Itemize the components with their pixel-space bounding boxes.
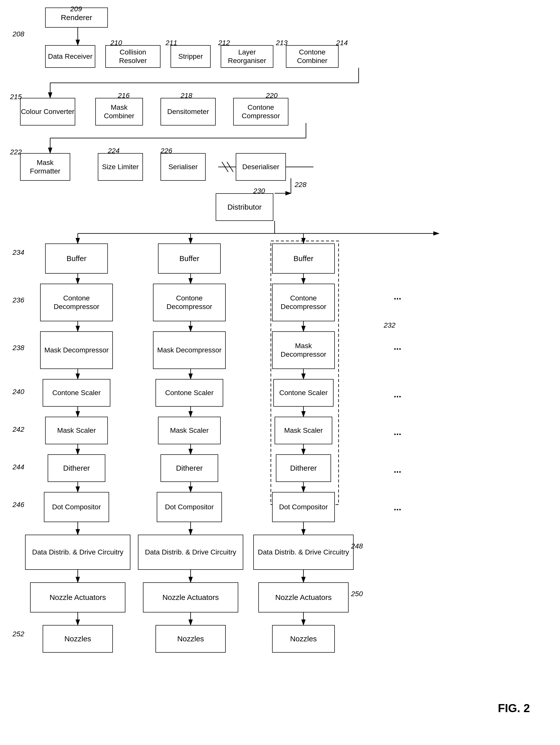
dot-compositor2-box: Dot Compositor — [157, 492, 222, 522]
fig-label: FIG. 2 — [498, 701, 530, 715]
densitometer-box: Densitometer — [161, 98, 216, 126]
ditherer1-label: Ditherer — [63, 464, 90, 473]
contone-scaler2-box: Contone Scaler — [155, 379, 223, 407]
nozzle-act2-label: Nozzle Actuators — [162, 593, 219, 602]
mask-combiner-label: Mask Combiner — [96, 103, 142, 120]
label-208: 208 — [12, 30, 24, 38]
svg-line-19 — [222, 162, 228, 172]
label-213: 213 — [276, 39, 288, 47]
mask-formatter-box: Mask Formatter — [20, 153, 70, 181]
colour-converter-box: Colour Converter — [20, 98, 75, 126]
dot-compositor2-label: Dot Compositor — [165, 503, 214, 511]
buffer1-box: Buffer — [45, 244, 108, 273]
distributor-label: Distributor — [228, 202, 262, 212]
label-246: 246 — [12, 501, 24, 509]
mask-decomp3-label: Mask Decompressor — [273, 342, 334, 358]
collision-resolver-label: Collision Resolver — [106, 48, 160, 65]
mask-formatter-label: Mask Formatter — [21, 158, 70, 175]
nozzle-act3-box: Nozzle Actuators — [258, 582, 349, 612]
contone-scaler1-label: Contone Scaler — [52, 389, 101, 397]
colour-converter-label: Colour Converter — [21, 107, 74, 116]
label-218: 218 — [181, 92, 193, 100]
deserialiser-box: Deserialiser — [236, 153, 286, 181]
data-drive1-box: Data Distrib. & Drive Circuitry — [25, 535, 130, 570]
nozzles1-box: Nozzles — [43, 625, 113, 653]
dots-5: ... — [394, 464, 401, 475]
label-240: 240 — [12, 388, 24, 396]
dots-6: ... — [394, 502, 401, 513]
nozzles3-box: Nozzles — [272, 625, 335, 653]
svg-line-20 — [227, 162, 233, 172]
label-209: 209 — [70, 5, 82, 13]
dots-2: ... — [394, 342, 401, 352]
buffer2-box: Buffer — [158, 244, 221, 273]
data-receiver-label: Data Receiver — [48, 52, 92, 61]
buffer3-box: Buffer — [272, 244, 335, 273]
contone-decomp2-label: Contone Decompressor — [153, 294, 225, 311]
dot-compositor3-box: Dot Compositor — [272, 492, 335, 522]
data-drive2-box: Data Distrib. & Drive Circuitry — [138, 535, 243, 570]
mask-scaler1-box: Mask Scaler — [45, 417, 108, 444]
label-250: 250 — [351, 590, 363, 598]
nozzles3-label: Nozzles — [290, 634, 317, 643]
ditherer2-label: Ditherer — [176, 464, 203, 473]
label-232: 232 — [384, 321, 395, 329]
dot-compositor1-label: Dot Compositor — [52, 503, 101, 511]
buffer3-label: Buffer — [293, 254, 313, 263]
contone-scaler3-label: Contone Scaler — [279, 389, 327, 397]
mask-scaler3-box: Mask Scaler — [275, 417, 332, 444]
label-228: 228 — [295, 181, 307, 189]
nozzle-act2-box: Nozzle Actuators — [143, 582, 238, 612]
label-244: 244 — [12, 463, 24, 471]
contone-combiner-box: Contone Combiner — [286, 45, 339, 68]
size-limiter-label: Size Limiter — [102, 163, 139, 171]
nozzles2-label: Nozzles — [177, 634, 204, 643]
ditherer3-box: Ditherer — [276, 454, 331, 482]
label-216: 216 — [118, 92, 130, 100]
contone-scaler3-box: Contone Scaler — [273, 379, 334, 407]
data-drive2-label: Data Distrib. & Drive Circuitry — [145, 548, 236, 556]
label-230: 230 — [253, 187, 265, 195]
buffer1-label: Buffer — [66, 254, 86, 263]
mask-scaler2-label: Mask Scaler — [170, 426, 209, 435]
label-226: 226 — [161, 147, 172, 155]
dot-compositor1-box: Dot Compositor — [44, 492, 109, 522]
nozzles2-box: Nozzles — [155, 625, 226, 653]
contone-decomp3-box: Contone Decompressor — [272, 284, 335, 321]
data-receiver-box: Data Receiver — [45, 45, 95, 68]
collision-resolver-box: Collision Resolver — [105, 45, 161, 68]
label-220: 220 — [266, 92, 278, 100]
label-224: 224 — [108, 147, 119, 155]
ditherer2-box: Ditherer — [161, 454, 218, 482]
contone-scaler2-label: Contone Scaler — [165, 389, 213, 397]
contone-compressor-box: Contone Compressor — [233, 98, 288, 126]
ditherer3-label: Ditherer — [290, 464, 317, 473]
contone-decomp1-label: Contone Decompressor — [41, 294, 112, 311]
dots-1: ... — [394, 291, 401, 302]
mask-scaler2-box: Mask Scaler — [158, 417, 221, 444]
mask-decomp1-box: Mask Decompressor — [40, 331, 113, 369]
nozzle-act1-label: Nozzle Actuators — [49, 593, 106, 602]
nozzle-act3-label: Nozzle Actuators — [275, 593, 331, 602]
label-211: 211 — [166, 39, 177, 47]
ditherer1-box: Ditherer — [48, 454, 105, 482]
contone-decomp2-box: Contone Decompressor — [153, 284, 226, 321]
layer-reorganiser-box: Layer Reorganiser — [221, 45, 273, 68]
distributor-box: Distributor — [216, 193, 273, 221]
data-drive3-label: Data Distrib. & Drive Circuitry — [258, 548, 349, 556]
serialiser-label: Serialiser — [169, 163, 198, 171]
mask-decomp2-label: Mask Decompressor — [157, 346, 222, 354]
label-212: 212 — [218, 39, 230, 47]
nozzle-act1-box: Nozzle Actuators — [30, 582, 126, 612]
label-236: 236 — [12, 296, 24, 304]
label-238: 238 — [12, 344, 24, 352]
label-242: 242 — [12, 425, 24, 433]
label-248: 248 — [351, 542, 363, 550]
diagram: Renderer Data Receiver Collision Resolve… — [0, 0, 560, 745]
label-252: 252 — [12, 630, 24, 638]
contone-scaler1-box: Contone Scaler — [43, 379, 110, 407]
mask-decomp2-box: Mask Decompressor — [153, 331, 226, 369]
serialiser-box: Serialiser — [161, 153, 206, 181]
dot-compositor3-label: Dot Compositor — [279, 503, 328, 511]
data-drive3-box: Data Distrib. & Drive Circuitry — [253, 535, 354, 570]
